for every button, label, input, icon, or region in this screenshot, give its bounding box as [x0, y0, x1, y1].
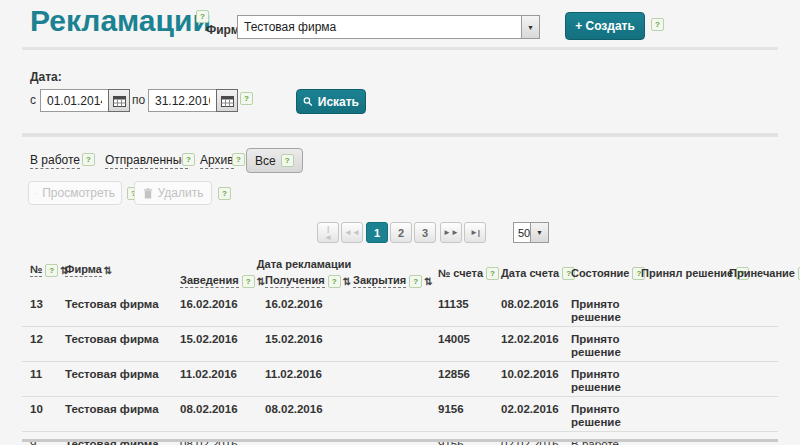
- complaints-table: №?⇅ Фирма⇅ Дата рекламации № счета? Дата…: [22, 255, 778, 445]
- pager-prev-button[interactable]: ◄◄: [341, 222, 363, 243]
- help-icon[interactable]: ?: [182, 153, 195, 166]
- tab-archive[interactable]: Архив: [200, 153, 234, 167]
- help-icon[interactable]: ?: [218, 187, 231, 200]
- table-bottom-border: [22, 439, 778, 442]
- pencil-icon: [35, 188, 37, 199]
- create-button[interactable]: + Создать: [565, 12, 645, 40]
- col-header-received[interactable]: Получения?⇅: [260, 270, 348, 292]
- col-group-complaint-date: Дата рекламации: [175, 255, 433, 270]
- table-row[interactable]: 13 Тестовая фирма 16.02.2016 16.02.2016 …: [22, 292, 778, 327]
- pager-page-2[interactable]: 2: [390, 222, 412, 243]
- page-size-value: 50: [514, 227, 530, 239]
- sort-icon: ⇅: [424, 276, 432, 287]
- section-divider: [22, 133, 778, 137]
- view-button[interactable]: Просмотреть: [28, 181, 122, 205]
- date-to-input[interactable]: [148, 89, 216, 112]
- sort-icon: ⇅: [343, 276, 351, 287]
- complaints-page: Рекламации ? Фирма: Тестовая фирма ▼ + С…: [0, 0, 800, 445]
- date-to-group: [148, 89, 238, 112]
- trash-icon: [143, 188, 153, 199]
- col-header-closed[interactable]: Закрытия?⇅: [348, 270, 433, 292]
- tab-all-selected[interactable]: Все ?: [246, 148, 303, 173]
- table-row[interactable]: 12 Тестовая фирма 15.02.2016 15.02.2016 …: [22, 327, 778, 362]
- help-icon[interactable]: ?: [232, 153, 245, 166]
- date-from-label: с: [30, 93, 36, 107]
- help-icon[interactable]: ?: [45, 264, 58, 277]
- col-header-firm[interactable]: Фирма⇅: [60, 255, 175, 292]
- help-icon[interactable]: ?: [240, 92, 253, 105]
- help-icon[interactable]: ?: [328, 275, 341, 288]
- header-divider: [22, 47, 778, 50]
- search-button[interactable]: Искать: [296, 89, 366, 114]
- col-header-note: Принечание?: [724, 255, 778, 292]
- help-icon[interactable]: ?: [281, 154, 294, 167]
- delete-button-label: Удалить: [158, 186, 204, 200]
- help-icon[interactable]: ?: [651, 18, 664, 31]
- search-icon: [303, 96, 313, 107]
- firm-select-value: Тестовая фирма: [238, 20, 521, 34]
- firm-select[interactable]: Тестовая фирма ▼: [237, 15, 540, 39]
- col-header-state: Состояние?: [566, 255, 636, 292]
- sort-icon: ⇅: [257, 276, 265, 287]
- date-to-label: по: [132, 93, 145, 107]
- chevron-down-icon[interactable]: ▼: [521, 16, 539, 38]
- pager-page-1[interactable]: 1: [366, 222, 388, 243]
- date-from-input[interactable]: [40, 89, 108, 112]
- pager-next-button[interactable]: ►►: [440, 222, 462, 243]
- calendar-icon[interactable]: [108, 89, 130, 112]
- table-row[interactable]: 10 Тестовая фирма 08.02.2016 08.02.2016 …: [22, 397, 778, 432]
- help-icon[interactable]: ?: [196, 10, 209, 23]
- pager-page-3[interactable]: 3: [414, 222, 436, 243]
- calendar-icon[interactable]: [216, 89, 238, 112]
- tab-in-progress[interactable]: В работе: [30, 153, 80, 167]
- tab-all-label: Все: [255, 154, 276, 168]
- page-size-select[interactable]: 50 ▼: [513, 222, 549, 243]
- col-header-invoice-date: Дата счета?: [496, 255, 566, 292]
- help-icon[interactable]: ?: [242, 275, 255, 288]
- delete-button[interactable]: Удалить: [134, 181, 212, 205]
- col-header-num[interactable]: №?⇅: [22, 255, 60, 292]
- search-button-label: Искать: [318, 95, 359, 109]
- date-from-group: [40, 89, 130, 112]
- chevron-down-icon[interactable]: ▼: [530, 223, 548, 242]
- table-row[interactable]: 11 Тестовая фирма 11.02.2016 11.02.2016 …: [22, 362, 778, 397]
- help-icon[interactable]: ?: [486, 267, 499, 280]
- pager-last-button[interactable]: ►|: [464, 222, 486, 243]
- help-icon[interactable]: ?: [82, 153, 95, 166]
- col-header-decision-by: Принял решение?: [636, 255, 724, 292]
- pager-first-button[interactable]: |◄: [317, 222, 339, 243]
- col-header-opened[interactable]: Заведения?⇅: [175, 270, 260, 292]
- page-title: Рекламации: [30, 4, 211, 38]
- col-header-invoice: № счета?: [433, 255, 496, 292]
- help-icon[interactable]: ?: [409, 275, 422, 288]
- sort-icon: ⇅: [104, 265, 112, 276]
- date-filter-label: Дата:: [30, 70, 62, 84]
- view-button-label: Просмотреть: [42, 186, 115, 200]
- tab-sent[interactable]: Отправленные: [105, 153, 188, 167]
